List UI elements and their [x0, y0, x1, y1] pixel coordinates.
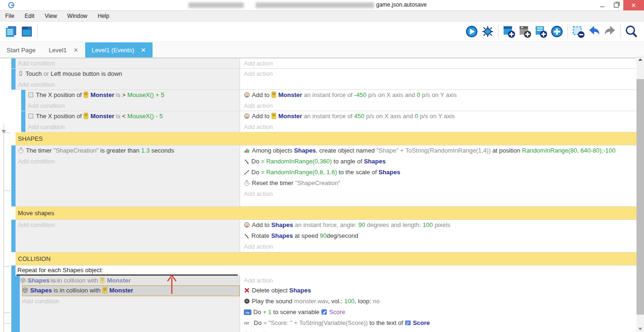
dragged-event-ghost-row: Add conditionShapes is in collision with…: [16, 275, 636, 285]
menu-edit[interactable]: Edit: [19, 11, 40, 21]
add-condition-placeholder[interactable]: Add condition: [18, 80, 240, 89]
text-segment: Add condition: [18, 60, 55, 67]
menu-view[interactable]: View: [40, 11, 62, 21]
monster-icon: [102, 286, 107, 296]
menu-window[interactable]: Window: [62, 11, 93, 21]
tab-level1-events[interactable]: Level1 (Events) ✕: [85, 42, 153, 57]
text-segment: Do: [251, 169, 261, 176]
action-line[interactable]: Add to Monster an instant force of -450 …: [244, 90, 636, 101]
action-line[interactable]: Do = RandomInRange(0,360) to angle of Sh…: [244, 156, 636, 167]
condition-line[interactable]: The timer "ShapeCreation" is greater tha…: [18, 146, 240, 156]
add-other-event-button[interactable]: [549, 24, 565, 40]
add-event-button[interactable]: [501, 24, 517, 40]
event-indent-bar: [16, 275, 20, 285]
text-segment: Add condition: [18, 81, 55, 88]
add-action-placeholder[interactable]: Add action: [244, 58, 636, 68]
action-line[interactable]: txtDo = "Score: " + ToString(Variable(Sc…: [244, 318, 636, 329]
restore-button[interactable]: [609, 0, 623, 10]
condition-line[interactable]: Shapes is in collision with Monster: [22, 285, 240, 296]
menu-help[interactable]: Help: [93, 11, 115, 21]
text-segment: Add condition: [28, 102, 65, 109]
conditions-cell: The X position of Monster is < MouseX() …: [25, 111, 240, 132]
scale-icon: [244, 168, 250, 178]
add-action-placeholder[interactable]: Add action: [244, 275, 636, 285]
add-subevent-button[interactable]: [517, 24, 533, 40]
condition-line[interactable]: The X position of Monster is > MouseX() …: [28, 90, 240, 101]
play-icon: [465, 24, 479, 39]
scrollbar-thumb[interactable]: [636, 79, 644, 315]
text-segment: no: [373, 298, 379, 305]
text-segment: p/s on X axis and: [364, 113, 415, 120]
add-action-placeholder[interactable]: Add action: [244, 189, 636, 199]
condition-line[interactable]: Shapes is in collision with Monster: [20, 275, 240, 286]
scene-editor-button[interactable]: [19, 24, 35, 40]
action-line[interactable]: Delete object Shapes: [244, 285, 636, 296]
scene-editor-icon: [20, 25, 33, 38]
text-segment: Add to: [252, 91, 271, 98]
tab-start-page[interactable]: Start Page: [0, 42, 42, 57]
close-tab-icon[interactable]: ✕: [73, 47, 79, 54]
force-icon: [244, 221, 250, 231]
action-line[interactable]: Reset the timer "ShapeCreation": [244, 178, 636, 189]
scroll-down-arrow[interactable]: [638, 328, 642, 330]
add-action-placeholder[interactable]: Add action: [244, 122, 636, 132]
add-condition-placeholder[interactable]: Add condition: [18, 220, 240, 230]
search-button[interactable]: [623, 24, 639, 40]
add-condition-placeholder[interactable]: Add condition: [28, 122, 240, 132]
text-segment: or: [43, 70, 49, 77]
monster-icon: [83, 91, 89, 101]
redo-button[interactable]: [602, 24, 618, 40]
text-segment: -450: [354, 91, 366, 98]
conditions-cell: Touch or Left mouse button is downAdd co…: [16, 69, 240, 89]
action-line[interactable]: Do = RandomInRange(0.8, 1.6) to the scal…: [244, 167, 636, 178]
add-action-placeholder[interactable]: Add action: [244, 329, 636, 332]
comment-row[interactable]: COLLISION: [11, 252, 636, 266]
menu-file[interactable]: File: [0, 11, 19, 21]
undo-button[interactable]: [586, 24, 602, 40]
text-segment: Delete object: [252, 287, 290, 294]
debug-button[interactable]: [480, 24, 496, 40]
conditions-cell: Add condition: [16, 220, 240, 252]
comment-row[interactable]: Move shapes: [11, 207, 636, 220]
add-comment-button[interactable]: [533, 24, 549, 40]
text-segment: Score: [329, 308, 345, 316]
text-segment: Touch: [25, 70, 43, 77]
minimize-button[interactable]: [595, 0, 609, 10]
angle-icon: [244, 157, 250, 167]
play-button[interactable]: [464, 24, 480, 40]
actions-cell: Add to Shapes an instant force, angle: 9…: [240, 220, 636, 252]
action-line[interactable]: Among objects Shapes, create object name…: [244, 146, 636, 156]
add-condition-placeholder[interactable]: Add condition: [18, 58, 240, 68]
close-button[interactable]: ✕: [623, 0, 644, 10]
add-condition-placeholder[interactable]: Add condition: [18, 156, 240, 166]
timer-icon: [18, 146, 24, 156]
monster-icon: [83, 112, 89, 122]
text-segment: The timer: [26, 147, 54, 154]
add-condition-placeholder[interactable]: Add condition: [22, 296, 240, 306]
ghost-condition-line: Shapes is in collision with Monster: [20, 275, 240, 286]
xpos-icon: [28, 91, 34, 101]
action-line[interactable]: Add to Monster an instant force of 450 p…: [244, 111, 636, 122]
foreach-header[interactable]: Repeat for each Shapes object:: [16, 266, 636, 275]
add-condition-placeholder[interactable]: Add condition: [28, 101, 240, 111]
condition-line[interactable]: Touch or Left mouse button is down: [18, 69, 240, 80]
comment-row[interactable]: SHAPES: [11, 132, 636, 146]
action-line[interactable]: Rotate Shapes at speed 90deg/second: [244, 231, 636, 242]
action-line[interactable]: Add to Shapes an instant force, angle: 9…: [244, 220, 636, 231]
add-action-placeholder[interactable]: Add action: [244, 69, 636, 79]
tab-level1[interactable]: Level1 ✕: [42, 42, 85, 57]
monster-icon: [100, 276, 105, 286]
add-action-placeholder[interactable]: Add action: [244, 101, 636, 111]
close-tab-icon[interactable]: ✕: [141, 47, 146, 54]
event-row: The timer "ShapeCreation" is greater tha…: [11, 146, 636, 207]
scroll-up-arrow[interactable]: [638, 58, 642, 61]
add-action-placeholder[interactable]: Add action: [244, 242, 636, 251]
action-line[interactable]: Play the sound monster.wav, vol.: 100, l…: [244, 296, 636, 307]
project-manager-button[interactable]: [3, 24, 19, 40]
remove-event-button[interactable]: [570, 24, 586, 40]
text-segment: Monster: [107, 277, 131, 284]
text-segment: 90: [358, 221, 365, 228]
action-line[interactable]: VarDo + 1 to scene variable Score: [244, 307, 636, 318]
condition-line[interactable]: The X position of Monster is < MouseX() …: [28, 111, 240, 122]
svg-text:txt: txt: [244, 321, 249, 325]
